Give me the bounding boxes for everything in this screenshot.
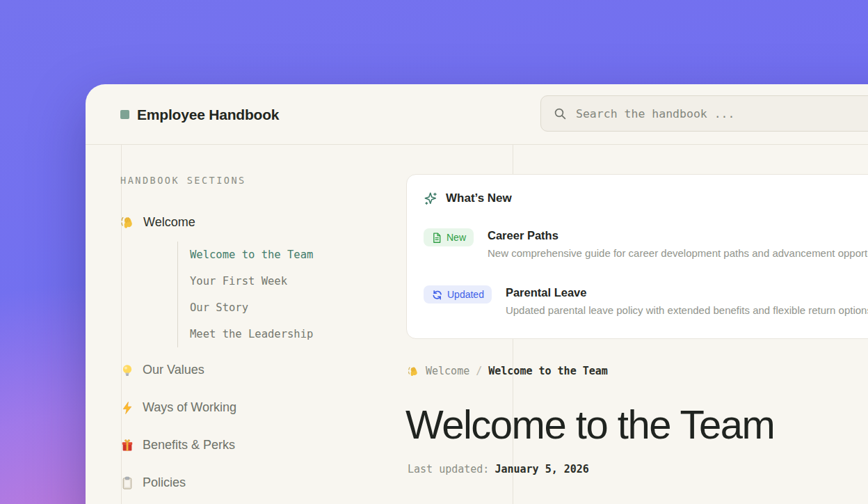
subnav-item-your-first-week[interactable]: Your First Week (178, 268, 313, 294)
whats-new-item-title: Career Paths (488, 228, 868, 243)
clipboard-icon (120, 476, 134, 490)
last-updated-label: Last updated: (408, 463, 489, 475)
breadcrumb-page: Welcome to the Team (488, 365, 608, 377)
updated-badge: Updated (424, 285, 492, 304)
whats-new-title: What’s New (446, 191, 512, 205)
sidebar-item-label: Ways of Working (143, 400, 236, 415)
lightbulb-icon (120, 363, 134, 377)
sidebar-item-welcome[interactable]: Welcome (120, 215, 195, 230)
whats-new-card: What’s New New Career Paths New comprehe… (406, 174, 868, 339)
sidebar-item-label: Welcome (143, 215, 195, 230)
whats-new-item-text: Career Paths New comprehensive guide for… (488, 228, 868, 260)
breadcrumb: Welcome / Welcome to the Team (408, 365, 608, 377)
subnav-item-meet-the-leadership[interactable]: Meet the Leadership (178, 321, 313, 347)
app-header: Employee Handbook Search the handbook ..… (86, 84, 868, 145)
whats-new-item-title: Parental Leave (506, 285, 868, 300)
gift-icon (120, 439, 134, 452)
sidebar-item-ways-of-working[interactable]: Ways of Working (120, 400, 236, 415)
subnav-item-our-story[interactable]: Our Story (178, 294, 313, 321)
search-icon (554, 107, 567, 120)
page-title: Welcome to the Team (405, 401, 774, 448)
app-title: Employee Handbook (137, 107, 279, 123)
app-brand: Employee Handbook (120, 84, 279, 145)
search-input[interactable]: Search the handbook ... (540, 95, 868, 132)
logo-square-icon (120, 110, 129, 119)
whats-new-item-text: Parental Leave Updated parental leave po… (506, 285, 868, 317)
whats-new-item-description: New comprehensive guide for career devel… (488, 246, 868, 260)
sidebar-item-label: Our Values (143, 363, 204, 377)
sidebar-subnav-welcome: Welcome to the Team Your First Week Our … (177, 242, 313, 347)
refresh-icon (431, 289, 443, 301)
last-updated-value: January 5, 2026 (495, 463, 588, 475)
last-updated: Last updated:January 5, 2026 (408, 463, 589, 475)
sparkle-icon (424, 191, 437, 205)
sidebar-item-our-values[interactable]: Our Values (120, 363, 204, 377)
sidebar-item-label: Benefits & Perks (143, 438, 235, 452)
badge-label: Updated (447, 289, 484, 300)
subnav-item-welcome-to-the-team[interactable]: Welcome to the Team (178, 242, 313, 268)
new-badge: New (424, 228, 474, 246)
badge-label: New (447, 232, 466, 243)
waving-hand-icon (408, 365, 419, 377)
sidebar-item-policies[interactable]: Policies (120, 475, 186, 490)
sidebar-heading: HANDBOOK SECTIONS (120, 175, 246, 186)
whats-new-item-parental-leave[interactable]: Updated Parental Leave Updated parental … (424, 285, 868, 317)
whats-new-item-description: Updated parental leave policy with exten… (506, 304, 868, 317)
sidebar-item-benefits-perks[interactable]: Benefits & Perks (120, 438, 235, 452)
breadcrumb-section[interactable]: Welcome (426, 365, 469, 377)
sidebar-item-label: Policies (143, 475, 186, 490)
search-placeholder: Search the handbook ... (576, 107, 734, 120)
whats-new-item-career-paths[interactable]: New Career Paths New comprehensive guide… (424, 228, 868, 260)
whats-new-header: What’s New (424, 191, 868, 205)
lightning-icon (120, 401, 134, 415)
waving-hand-icon (120, 215, 135, 230)
document-icon (431, 232, 442, 244)
handbook-window: Employee Handbook Search the handbook ..… (86, 84, 868, 504)
breadcrumb-separator: / (476, 365, 482, 377)
